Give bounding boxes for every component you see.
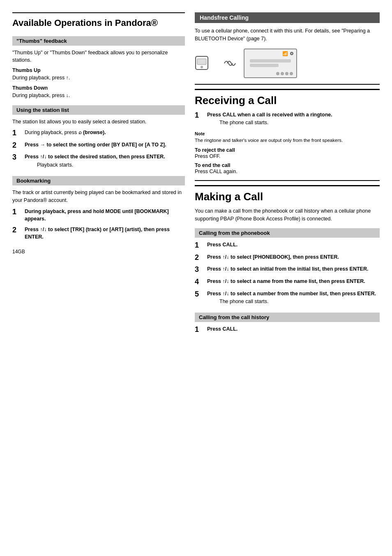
note-text: The ringtone and talker's voice are outp… <box>195 137 380 144</box>
pb-text-2: Press ↑/↓ to select [PHONEBOOK], then pr… <box>207 253 380 261</box>
history-section: Calling from the call history 1 Press CA… <box>195 313 380 334</box>
thumbs-up-text: During playback, press ↑. <box>12 74 185 82</box>
phonebook-section: Calling from the phonebook 1 Press CALL.… <box>195 228 380 307</box>
receiving-title: Receiving a Call <box>195 89 380 107</box>
station-header: Using the station list <box>12 105 185 115</box>
rstep-sub-1: The phone call starts. <box>219 119 332 127</box>
reject-text: Press OFF. <box>195 153 380 159</box>
step-text-3: Press ↑/↓ to select the desired station,… <box>25 153 165 160</box>
step-num-3: 3 <box>12 153 22 162</box>
thumbs-down-text: During playback, press ↓. <box>12 92 185 100</box>
step-num-1: 1 <box>12 129 22 138</box>
wifi-icon: ⚙ <box>290 51 294 56</box>
step-sub-3: Playback starts. <box>37 162 165 169</box>
pb-text-5: Press ↑/↓ to select a number from the nu… <box>207 290 376 297</box>
thumbs-body: "Thumbs Up" or "Thumbs Down" feedback al… <box>12 49 185 65</box>
display-bar-2 <box>250 64 279 67</box>
pb-step-5: 5 Press ↑/↓ to select a number from the … <box>195 290 380 307</box>
phone-handset-icon <box>195 53 217 74</box>
pb-text-4: Press ↑/↓ to select a name from the name… <box>207 278 380 285</box>
bstep-text-2: Press ↑/↓ to select [TRK] (track) or [AR… <box>25 226 185 241</box>
phonebook-header: Calling from the phonebook <box>195 228 380 238</box>
pb-num-2: 2 <box>195 253 205 262</box>
step-text-2: Press → to select the sorting order [BY … <box>25 141 185 148</box>
bt-icon: 📶 <box>282 51 288 56</box>
phonebook-steps: 1 Press CALL. 2 Press ↑/↓ to select [PHO… <box>195 241 380 307</box>
station-step-3: 3 Press ↑/↓ to select the desired statio… <box>12 153 185 170</box>
main-title: Available Operations in Pandora® <box>12 12 185 29</box>
receiving-step-1: 1 Press CALL when a call is received wit… <box>195 111 380 128</box>
divider-receiving <box>195 84 380 85</box>
right-column: Handsfree Calling To use a cellular phon… <box>195 12 380 544</box>
thumbs-section: "Thumbs" feedback "Thumbs Up" or "Thumbs… <box>12 36 185 100</box>
making-body: You can make a call from the phonebook o… <box>195 207 380 223</box>
pb-sub-5: The phone call starts. <box>219 298 376 306</box>
svg-point-2 <box>201 66 203 68</box>
bookmarking-steps: 1 During playback, press and hold MODE u… <box>12 208 185 241</box>
rstep-text-1: Press CALL when a call is received with … <box>207 111 332 118</box>
pb-step-2: 2 Press ↑/↓ to select [PHONEBOOK], then … <box>195 253 380 262</box>
page-number: 14GB <box>12 249 185 255</box>
left-column: Available Operations in Pandora® "Thumbs… <box>12 12 185 544</box>
bstep-text-1: During playback, press and hold MODE unt… <box>25 208 185 222</box>
svg-rect-1 <box>197 59 206 65</box>
pb-step-3: 3 Press ↑/↓ to select an initial from th… <box>195 265 380 274</box>
btn-2 <box>281 72 284 75</box>
thumbs-header: "Thumbs" feedback <box>12 36 185 46</box>
wave-icon <box>222 55 239 72</box>
handsfree-body: To use a cellular phone, connect it with… <box>195 27 380 43</box>
receiving-section: Receiving a Call 1 Press CALL when a cal… <box>195 89 380 174</box>
making-section: Making a Call You can make a call from t… <box>195 185 380 334</box>
btn-3 <box>285 72 288 75</box>
bstep-num-1: 1 <box>12 208 22 217</box>
step-num-2: 2 <box>12 141 22 150</box>
device-display <box>250 59 291 67</box>
pb-num-1: 1 <box>195 241 205 250</box>
display-bar-1 <box>250 59 291 63</box>
thumbs-up-label: Thumbs Up <box>12 67 185 73</box>
hist-step-1: 1 Press CALL. <box>195 325 380 334</box>
note-label: Note <box>195 131 380 136</box>
pb-num-5: 5 <box>195 290 205 299</box>
rstep-num-1: 1 <box>195 111 205 120</box>
divider-making <box>195 180 380 181</box>
pb-step-1: 1 Press CALL. <box>195 241 380 250</box>
device-top-icons: 📶 ⚙ <box>282 51 294 56</box>
reject-label: To reject the call <box>195 147 380 153</box>
station-section: Using the station list The station list … <box>12 105 185 171</box>
receiving-steps: 1 Press CALL when a call is received wit… <box>195 111 380 128</box>
bstep-num-2: 2 <box>12 226 22 235</box>
end-label: To end the call <box>195 162 380 168</box>
pb-num-3: 3 <box>195 265 205 274</box>
device-buttons <box>276 72 293 75</box>
end-text: Press CALL again. <box>195 169 380 174</box>
pb-step-4: 4 Press ↑/↓ to select a name from the na… <box>195 278 380 287</box>
bookmarking-step-2: 2 Press ↑/↓ to select [TRK] (track) or [… <box>12 226 185 241</box>
hist-text-1: Press CALL. <box>207 325 380 333</box>
bluetooth-diagram: 📶 ⚙ <box>195 49 380 78</box>
bookmarking-body: The track or artist currently being play… <box>12 189 185 204</box>
pb-num-4: 4 <box>195 278 205 287</box>
handsfree-section: Handsfree Calling To use a cellular phon… <box>195 12 380 78</box>
bookmarking-step-1: 1 During playback, press and hold MODE u… <box>12 208 185 222</box>
station-body: The station list allows you to easily se… <box>12 118 185 126</box>
step-text-1: During playback, press ⌕ (browse). <box>25 129 185 136</box>
bookmarking-section: Bookmarking The track or artist currentl… <box>12 176 185 241</box>
history-header: Calling from the call history <box>195 313 380 322</box>
btn-4 <box>290 72 293 75</box>
pb-text-1: Press CALL. <box>207 241 380 248</box>
hist-num-1: 1 <box>195 325 205 334</box>
bookmarking-header: Bookmarking <box>12 176 185 185</box>
btn-1 <box>276 72 279 75</box>
handsfree-header: Handsfree Calling <box>195 12 380 23</box>
history-steps: 1 Press CALL. <box>195 325 380 334</box>
station-step-1: 1 During playback, press ⌕ (browse). <box>12 129 185 138</box>
thumbs-down-label: Thumbs Down <box>12 85 185 91</box>
head-unit-device-icon: 📶 ⚙ <box>244 49 297 78</box>
making-title: Making a Call <box>195 185 380 203</box>
station-steps: 1 During playback, press ⌕ (browse). 2 P… <box>12 129 185 170</box>
station-step-2: 2 Press → to select the sorting order [B… <box>12 141 185 150</box>
pb-text-3: Press ↑/↓ to select an initial from the … <box>207 265 380 273</box>
